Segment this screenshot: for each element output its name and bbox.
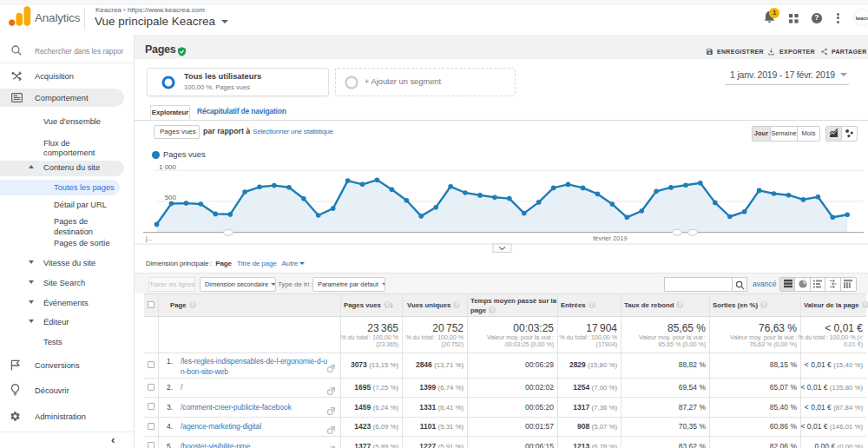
svg-text:février 2019: février 2019 bbox=[593, 234, 628, 242]
svg-text:j...: j... bbox=[145, 234, 153, 242]
svg-text:1 000: 1 000 bbox=[159, 163, 177, 171]
svg-text:500: 500 bbox=[165, 194, 177, 201]
